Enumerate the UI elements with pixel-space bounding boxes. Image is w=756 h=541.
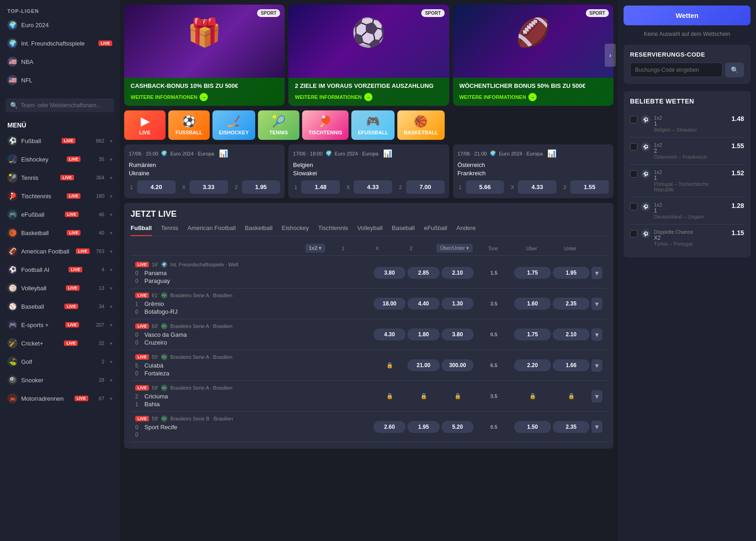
- menu-item-baseball[interactable]: ⚾ Baseball LIVE 34 ▾: [0, 297, 120, 316]
- live-filter-tab-volleyball[interactable]: Volleyball: [357, 224, 383, 236]
- menu-item-cricket[interactable]: 🏏 Cricket+ LIVE 32 ▾: [0, 334, 120, 352]
- code-input[interactable]: [630, 63, 722, 77]
- live-filter-tab-eishockey[interactable]: Eishockey: [282, 224, 309, 236]
- odds-btn-x-m6[interactable]: 1.95: [407, 421, 440, 433]
- menu-item-eishockey[interactable]: 🏒 Eishockey LIVE 35 ▾: [0, 150, 120, 168]
- banner-link[interactable]: WEITERE INFORMATIONEN →: [459, 93, 607, 101]
- search-input[interactable]: [21, 102, 109, 109]
- odds-btn-1-m3[interactable]: 4.30: [373, 328, 406, 340]
- match-odds: 1 4.20 X 3.33 2 1.95: [129, 180, 280, 194]
- live-more-btn-m6[interactable]: ▾: [591, 420, 602, 433]
- banners-next-btn[interactable]: ›: [605, 44, 616, 67]
- banner-banner2[interactable]: SPORT ⚽ 2 ZIELE IM VORAUS VORZEITIGE AUS…: [288, 5, 449, 106]
- odds-btn-x-m1[interactable]: 2.85: [407, 267, 440, 279]
- menu-item-volleyball[interactable]: 🏐 Volleyball LIVE 13 ▾: [0, 279, 120, 297]
- odds-btn-2-m4[interactable]: 300.00: [441, 359, 474, 371]
- banner-link[interactable]: WEITERE INFORMATIONEN →: [295, 93, 442, 101]
- menu-item-efussball[interactable]: 🎮 eFußball LIVE 46 ▾: [0, 205, 120, 224]
- odds-btn-1-card1[interactable]: 4.20: [137, 180, 176, 194]
- odds-btn-2-card1[interactable]: 1.95: [242, 180, 281, 194]
- live-filter-tab-basketball[interactable]: Basketball: [245, 224, 273, 236]
- odds-btn-1-card3[interactable]: 5.66: [466, 180, 504, 194]
- odds-btn-x-m2[interactable]: 4.40: [407, 298, 440, 310]
- odds-btn-x-card3[interactable]: 4.33: [518, 180, 556, 194]
- bw-checkbox-bw1[interactable]: [630, 116, 637, 123]
- odds-btn-2-m1[interactable]: 2.10: [441, 267, 474, 279]
- bw-checkbox-bw4[interactable]: [630, 203, 637, 210]
- live-filter-tab-baseball[interactable]: Baseball: [392, 224, 415, 236]
- odds-btn-x-card2[interactable]: 4.33: [354, 180, 392, 194]
- sport-tab-tischtennis[interactable]: 🏓 TISCHTENNIS: [302, 110, 349, 140]
- sport-tab-efussball[interactable]: 🎮 EFUSSBALL: [351, 110, 395, 140]
- banner-banner3[interactable]: SPORT 🏈 WÖCHENTLICHER BONUS 50% BIS ZU 5…: [453, 5, 613, 106]
- sport-tab-tennis[interactable]: 🎾 TENNIS: [258, 110, 299, 140]
- live-filter-tab-american_football[interactable]: American Football: [188, 224, 236, 236]
- live-more-btn-m5[interactable]: ▾: [591, 390, 602, 403]
- menu-item-motorradrennen[interactable]: 🏍 Motorradrennen LIVE 67 ▾: [0, 389, 120, 408]
- wetten-button[interactable]: Wetten: [624, 6, 750, 25]
- live-more-btn-m3[interactable]: ▾: [591, 328, 602, 341]
- live-filter-tab-fussball[interactable]: Fußball: [131, 224, 152, 236]
- menu-item-esports[interactable]: 🎮 E-sports + LIVE 207 ▾: [0, 316, 120, 334]
- menu-item-basketball[interactable]: 🏀 Basketball LIVE 40 ▾: [0, 224, 120, 242]
- banner-link[interactable]: WEITERE INFORMATIONEN →: [131, 93, 278, 101]
- ou-btn-under-m2[interactable]: 2.35: [553, 298, 590, 310]
- bw-checkbox-bw2[interactable]: [630, 143, 637, 150]
- sport-tab-eishockey[interactable]: 🏒 EISHOCKEY: [212, 110, 255, 140]
- sidebar-league-int_freundschaft[interactable]: 🌍 Int. Freundschaftsspiele LIVE: [0, 34, 120, 52]
- odds-btn-2-card2[interactable]: 7.00: [406, 180, 445, 194]
- ou-btn-over-m2[interactable]: 1.60: [514, 298, 551, 310]
- live-match-meta-m1: LIVE 16' 🌍 Int. Freundschaftsspiele · We…: [135, 261, 373, 268]
- banner-sport-badge: SPORT: [586, 9, 609, 17]
- menu-item-football_ai[interactable]: ⚽ Football AI LIVE 4 ▾: [0, 260, 120, 279]
- menu-count: 46: [99, 212, 104, 217]
- sport-tab-live[interactable]: ▶ LIVE: [124, 110, 166, 140]
- odds-btn-1-m6[interactable]: 2.60: [373, 421, 406, 433]
- team2-name: Fortaleza: [144, 370, 169, 377]
- live-filter-tab-andere[interactable]: Andere: [456, 224, 475, 236]
- sport-tab-basketball[interactable]: 🏀 BASKETBALL: [397, 110, 445, 140]
- sport-tab-fussball[interactable]: ⚽ FUSSBALL: [168, 110, 210, 140]
- col-1x2-label[interactable]: 1x2 ▾: [305, 244, 325, 253]
- odds-btn-x-m3[interactable]: 1.80: [407, 328, 440, 340]
- odds-btn-2-m2[interactable]: 1.30: [441, 298, 474, 310]
- live-more-btn-m2[interactable]: ▾: [591, 298, 602, 310]
- ou-btn-under-m4[interactable]: 1.66: [553, 359, 590, 371]
- odds-btn-1-card2[interactable]: 1.48: [301, 180, 340, 194]
- ou-btn-under-m3[interactable]: 2.10: [553, 328, 590, 340]
- sidebar-search-bar[interactable]: 🔍: [6, 98, 114, 112]
- banner-banner1[interactable]: SPORT 🎁 CASHBACK-BONUS 10% BIS ZU 500€ W…: [124, 5, 285, 106]
- odds-btn-2-m3[interactable]: 3.80: [441, 328, 474, 340]
- bw-checkbox-bw5[interactable]: [630, 230, 637, 237]
- ou-btn-over-m3[interactable]: 1.75: [514, 328, 551, 340]
- ou-btn-over-m4[interactable]: 2.20: [514, 359, 551, 371]
- odds-btn-2-card3[interactable]: 1.55: [570, 180, 609, 194]
- ou-btn-over-m6[interactable]: 1.50: [514, 421, 551, 433]
- live-more-btn-m1[interactable]: ▾: [591, 267, 602, 279]
- ou-btn-over-m1[interactable]: 1.75: [514, 267, 551, 279]
- menu-item-golf[interactable]: ⛳ Golf 2 ▾: [0, 352, 120, 371]
- odds-btn-x-m4[interactable]: 21.00: [407, 359, 440, 371]
- ou-btn-under-m6[interactable]: 2.35: [553, 421, 590, 433]
- live-more-btn-m4[interactable]: ▾: [591, 359, 602, 372]
- odds-btn-1-m1[interactable]: 3.80: [373, 267, 406, 279]
- bw-checkbox-bw3[interactable]: [630, 170, 637, 178]
- banner-title: CASHBACK-BONUS 10% BIS ZU 500€: [131, 82, 278, 90]
- live-filter-tab-tischtennis[interactable]: Tischtennis: [318, 224, 348, 236]
- col-overunder-label[interactable]: Über/Unter ▾: [436, 244, 473, 253]
- live-filter-tab-tennis[interactable]: Tennis: [161, 224, 178, 236]
- sidebar-league-nba[interactable]: 🇺🇸 NBA: [0, 52, 120, 71]
- sidebar-league-nfl[interactable]: 🇺🇸 NFL: [0, 71, 120, 89]
- ou-btn-under-m1[interactable]: 1.95: [553, 267, 590, 279]
- odds-btn-x-card1[interactable]: 3.33: [189, 180, 228, 194]
- menu-item-tennis[interactable]: 🎾 Tennis LIVE 364 ▾: [0, 168, 120, 187]
- live-filter-tab-efussball[interactable]: eFußball: [424, 224, 447, 236]
- code-search-btn[interactable]: 🔍: [725, 63, 744, 77]
- menu-item-fussball[interactable]: ⚽ Fußball LIVE 862 ▾: [0, 132, 120, 150]
- sidebar-league-euro2024[interactable]: 🌍 Euro 2024: [0, 16, 120, 34]
- odds-btn-2-m6[interactable]: 5.20: [441, 421, 474, 433]
- menu-item-tischtennis[interactable]: 🏓 Tischtennis LIVE 180 ▾: [0, 187, 120, 205]
- menu-item-snooker[interactable]: 🎱 Snooker 28 ▾: [0, 371, 120, 389]
- menu-item-american_football[interactable]: 🏈 American Football LIVE 763 ▾: [0, 242, 120, 260]
- odds-btn-1-m2[interactable]: 18.00: [373, 298, 406, 310]
